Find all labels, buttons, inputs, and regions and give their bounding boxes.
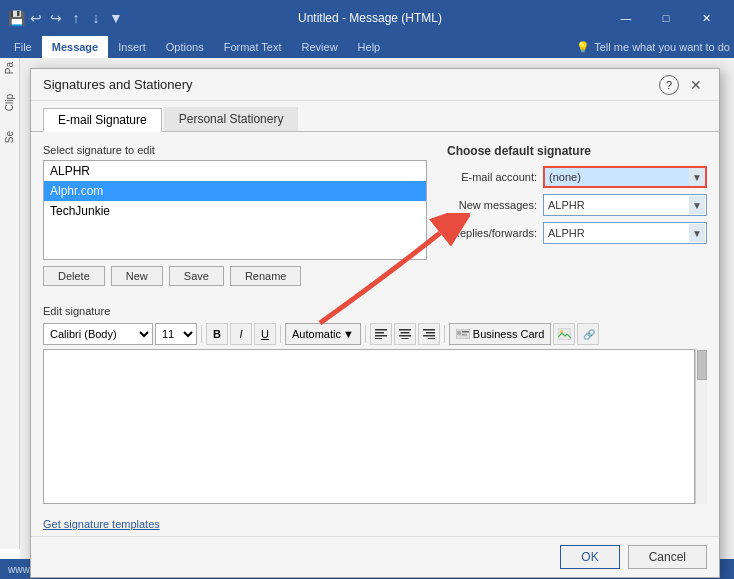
undo-icon[interactable]: ↩ xyxy=(28,10,44,26)
signature-list[interactable]: ALPHR Alphr.com TechJunkie xyxy=(43,160,427,260)
cancel-button[interactable]: Cancel xyxy=(628,545,707,569)
outlook-window: 💾 ↩ ↪ ↑ ↓ ▼ Untitled - Message (HTML) — … xyxy=(0,0,734,579)
email-account-select-wrapper: (none)ALPHRAlphr.comTechJunkie ▼ xyxy=(543,166,707,188)
dropdown-arrow-color: ▼ xyxy=(343,328,354,340)
align-center-button[interactable] xyxy=(394,323,416,345)
minimize-button[interactable]: — xyxy=(606,0,646,36)
sig-item-alphrcom[interactable]: Alphr.com xyxy=(44,181,426,201)
more-icon[interactable]: ▼ xyxy=(108,10,124,26)
svg-rect-5 xyxy=(400,332,409,334)
modal-overlay: Signatures and Stationery ? ✕ E-mail Sig… xyxy=(20,58,734,559)
svg-rect-3 xyxy=(375,338,382,339)
dialog-footer: OK Cancel xyxy=(31,536,719,577)
svg-text:🔗: 🔗 xyxy=(583,328,595,340)
align-left-button[interactable] xyxy=(370,323,392,345)
signatures-dialog: Signatures and Stationery ? ✕ E-mail Sig… xyxy=(30,68,720,578)
rename-button[interactable]: Rename xyxy=(230,266,302,286)
align-right-button[interactable] xyxy=(418,323,440,345)
tab-help[interactable]: Help xyxy=(348,36,391,58)
delete-button[interactable]: Delete xyxy=(43,266,105,286)
new-messages-row: New messages: (none)ALPHRAlphr.comTechJu… xyxy=(447,194,707,216)
new-button[interactable]: New xyxy=(111,266,163,286)
replies-select[interactable]: (none)ALPHRAlphr.comTechJunkie xyxy=(543,222,707,244)
tab-email-signature[interactable]: E-mail Signature xyxy=(43,108,162,132)
biz-card-label: Business Card xyxy=(473,328,545,340)
sig-item-techjunkie[interactable]: TechJunkie xyxy=(44,201,426,221)
redo-icon[interactable]: ↪ xyxy=(48,10,64,26)
toolbar-sep-2 xyxy=(280,325,281,343)
svg-rect-2 xyxy=(375,335,387,337)
sidebar-label-pa: Pa xyxy=(4,62,15,74)
email-account-row: E-mail account: (none)ALPHRAlphr.comTech… xyxy=(447,166,707,188)
svg-rect-13 xyxy=(457,331,461,335)
svg-rect-16 xyxy=(558,328,571,340)
sidebar-strip: Pa Clip Se xyxy=(0,58,20,549)
dialog-tabs: E-mail Signature Personal Stationery xyxy=(31,101,719,132)
svg-rect-4 xyxy=(399,329,411,331)
email-account-label: E-mail account: xyxy=(447,171,537,183)
save-icon[interactable]: 💾 xyxy=(8,10,24,26)
svg-rect-0 xyxy=(375,329,387,331)
insert-picture-button[interactable] xyxy=(553,323,575,345)
new-messages-label: New messages: xyxy=(447,199,537,211)
font-name-select[interactable]: Calibri (Body) xyxy=(43,323,153,345)
sidebar-label-clip: Clip xyxy=(4,94,15,111)
tab-insert[interactable]: Insert xyxy=(108,36,156,58)
editor-scrollbar[interactable] xyxy=(695,349,707,504)
email-account-select[interactable]: (none)ALPHRAlphr.comTechJunkie xyxy=(543,166,707,188)
replies-select-wrapper: (none)ALPHRAlphr.comTechJunkie ▼ xyxy=(543,222,707,244)
window-title: Untitled - Message (HTML) xyxy=(134,11,606,25)
toolbar-sep-1 xyxy=(201,325,202,343)
bold-button[interactable]: B xyxy=(206,323,228,345)
tab-options[interactable]: Options xyxy=(156,36,214,58)
choose-default-title: Choose default signature xyxy=(447,144,707,158)
edit-sig-label: Edit signature xyxy=(43,305,707,317)
help-button[interactable]: ? xyxy=(659,75,679,95)
svg-rect-10 xyxy=(423,335,435,337)
search-label: Tell me what you want to do xyxy=(594,41,730,53)
tab-review[interactable]: Review xyxy=(292,36,348,58)
dialog-title-bar: Signatures and Stationery ? ✕ xyxy=(31,69,719,101)
new-messages-select-wrapper: (none)ALPHRAlphr.comTechJunkie ▼ xyxy=(543,194,707,216)
ok-button[interactable]: OK xyxy=(560,545,619,569)
tab-format-text[interactable]: Format Text xyxy=(214,36,292,58)
title-bar-icons: 💾 ↩ ↪ ↑ ↓ ▼ xyxy=(8,10,124,26)
replies-row: Replies/forwards: (none)ALPHRAlphr.comTe… xyxy=(447,222,707,244)
up-arrow-icon[interactable]: ↑ xyxy=(68,10,84,26)
signature-editor[interactable] xyxy=(43,349,695,504)
tab-personal-stationery[interactable]: Personal Stationery xyxy=(164,107,299,131)
close-button[interactable]: ✕ xyxy=(686,0,726,36)
save-sig-button[interactable]: Save xyxy=(169,266,224,286)
left-panel: Select signature to edit ALPHR Alphr.com… xyxy=(43,144,427,293)
window-controls: — □ ✕ xyxy=(606,0,726,36)
dialog-close-button[interactable]: ✕ xyxy=(685,74,707,96)
maximize-button[interactable]: □ xyxy=(646,0,686,36)
edit-signature-section: Edit signature Calibri (Body) 11 B I U A… xyxy=(31,305,719,512)
svg-rect-1 xyxy=(375,332,384,334)
tab-file[interactable]: File xyxy=(4,36,42,58)
scrollbar-thumb[interactable] xyxy=(697,350,707,380)
italic-button[interactable]: I xyxy=(230,323,252,345)
svg-rect-9 xyxy=(426,332,435,334)
toolbar-sep-3 xyxy=(365,325,366,343)
business-card-button[interactable]: Business Card xyxy=(449,323,552,345)
color-picker-button[interactable]: Automatic ▼ xyxy=(285,323,361,345)
svg-rect-8 xyxy=(423,329,435,331)
tab-message[interactable]: Message xyxy=(42,36,108,58)
svg-point-17 xyxy=(560,330,563,333)
ribbon: File Message Insert Options Format Text … xyxy=(0,36,734,58)
get-templates-link[interactable]: Get signature templates xyxy=(31,512,719,536)
new-messages-select[interactable]: (none)ALPHRAlphr.comTechJunkie xyxy=(543,194,707,216)
down-arrow-icon[interactable]: ↓ xyxy=(88,10,104,26)
underline-button[interactable]: U xyxy=(254,323,276,345)
sig-list-buttons: Delete New Save Rename xyxy=(43,266,427,286)
svg-rect-11 xyxy=(428,338,435,339)
sig-item-alphr[interactable]: ALPHR xyxy=(44,161,426,181)
insert-hyperlink-button[interactable]: 🔗 xyxy=(577,323,599,345)
select-sig-label: Select signature to edit xyxy=(43,144,427,156)
replies-label: Replies/forwards: xyxy=(447,227,537,239)
svg-rect-15 xyxy=(462,334,467,336)
svg-rect-14 xyxy=(462,331,469,333)
dialog-content: Select signature to edit ALPHR Alphr.com… xyxy=(31,132,719,305)
font-size-select[interactable]: 11 xyxy=(155,323,197,345)
